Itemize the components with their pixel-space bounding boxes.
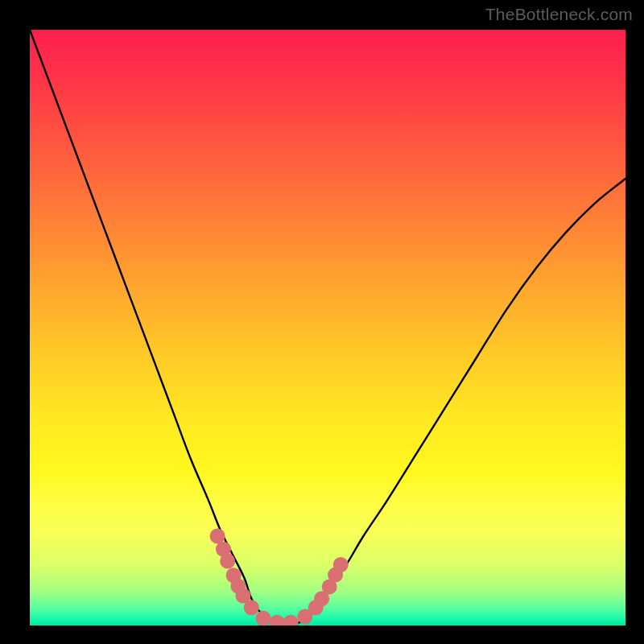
highlight-dots <box>210 529 349 626</box>
highlight-dot <box>210 529 225 544</box>
chart-frame: TheBottleneck.com <box>0 0 644 644</box>
highlight-dot <box>283 615 299 625</box>
highlight-dot <box>256 611 271 625</box>
highlight-dot <box>270 615 285 625</box>
bottleneck-curve <box>30 30 625 625</box>
highlight-dot <box>333 557 349 572</box>
curve-svg <box>30 30 625 625</box>
highlight-dot <box>244 600 259 615</box>
plot-area <box>30 30 625 625</box>
highlight-dot <box>220 554 235 569</box>
watermark-label: TheBottleneck.com <box>485 5 633 24</box>
